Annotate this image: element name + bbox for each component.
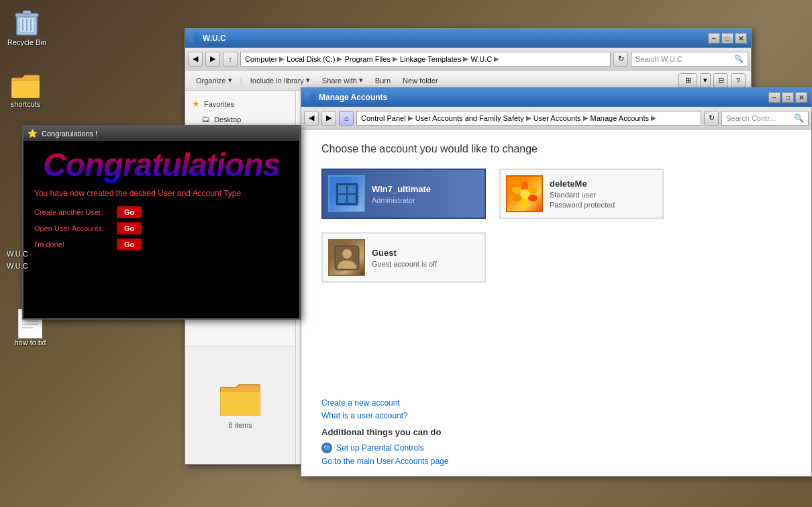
svg-rect-12 [348,185,356,193]
wuc-nav-favorites[interactable]: ★ Favorites [188,96,293,111]
congrats-create-row: Create another User: Go [34,206,289,218]
manage-nav-bar: ◀ ▶ ⌂ Control Panel ▶ User Accounts and … [301,107,811,130]
wuc-close-btn[interactable]: ✕ [735,33,747,44]
manage-window-icon [305,93,315,102]
wuc-refresh-btn[interactable]: ↻ [613,52,628,66]
congrats-create-go-btn[interactable]: Go [117,206,142,218]
manage-body: Choose the account you would like to cha… [301,130,811,398]
wuc-forward-btn[interactable]: ▶ [205,52,220,66]
wuc-back-btn[interactable]: ◀ [188,52,203,66]
wuc-pane-btn[interactable]: ⊟ [713,73,728,88]
svg-point-20 [512,187,521,193]
congrats-create-label: Create another User: [34,208,111,216]
wuc-help-btn[interactable]: ? [731,73,746,88]
wuc-titlebar-controls: − □ ✕ [708,33,747,44]
svg-rect-14 [348,195,356,203]
deleteme-avatar [506,175,543,212]
congrats-open-go-btn[interactable]: Go [117,222,142,234]
svg-point-16 [528,187,538,193]
account-card-win7[interactable]: Win7_ultimate Administrator [321,169,486,219]
svg-point-18 [521,197,528,207]
congrats-done-label: I'm done! [34,240,111,248]
manage-addr-control-panel: Control Panel [361,114,406,122]
wuc-include-library-btn[interactable]: Include in library ▾ [245,73,315,88]
congrats-title-text: Congratulations ! [42,130,97,138]
win7-info: Win7_ultimate Administrator [372,184,431,204]
wuc-search-icon[interactable]: 🔍 [734,54,744,63]
main-user-accounts-link[interactable]: Go to the main User Accounts page [321,457,791,466]
wuc-bottom-left-label: W.U.C [7,250,28,258]
wuc-share-with-btn[interactable]: Share with ▾ [317,73,368,88]
win7-type: Administrator [372,196,431,204]
parental-icon: 🛡 [321,443,332,453]
wuc-favorites-label: Favorites [204,100,234,108]
manage-forward-btn[interactable]: ▶ [321,111,336,126]
wuc-address-bar[interactable]: Computer ▶ Local Disk (C:) ▶ Program Fil… [240,52,611,66]
wuc-organize-btn[interactable]: Organize ▾ [191,73,238,88]
wuc-nav-bar: ◀ ▶ ↑ Computer ▶ Local Disk (C:) ▶ Progr… [185,48,751,71]
wuc-desktop-label: Desktop [214,116,241,124]
win7-name: Win7_ultimate [372,184,431,194]
congrats-subtitle: You have now created the desired User an… [34,189,289,198]
create-new-account-link[interactable]: Create a new account [321,398,791,408]
account-card-deleteme[interactable]: deleteMe Standard user Password protecte… [499,169,664,219]
deleteme-info: deleteMe Standard user Password protecte… [550,179,615,209]
wuc-folder-items-count: 8 items [228,421,252,429]
wuc-up-btn[interactable]: ↑ [223,52,238,66]
wuc-new-folder-btn[interactable]: New folder [397,73,444,88]
manage-titlebar: Manage Accounts − □ ✕ [301,88,811,107]
share-dropdown-icon: ▾ [359,76,363,85]
svg-point-19 [512,195,521,201]
wuc-burn-btn[interactable]: Burn [370,73,396,88]
wuc-addr-program-files: Program Files [344,55,390,63]
wuc-addr-computer: Computer [245,55,277,63]
recycle-bin-svg [14,7,40,36]
svg-point-17 [528,195,538,201]
folder-preview-svg [220,382,260,416]
manage-minimize-btn[interactable]: − [768,92,780,103]
manage-close-btn[interactable]: ✕ [795,92,807,103]
congrats-open-row: Open User Accounts: Go [34,222,289,234]
wuc-search-bar[interactable]: Search W.U.C 🔍 [631,52,748,66]
congrats-open-label: Open User Accounts: [34,224,111,232]
manage-addr-manage-accounts: Manage Accounts [591,114,649,122]
manage-back-btn[interactable]: ◀ [304,111,319,126]
wuc-minimize-btn[interactable]: − [708,33,720,44]
parental-controls-link[interactable]: Set up Parental Controls [336,443,424,453]
manage-links: Create a new account What is a user acco… [301,398,811,476]
svg-rect-13 [338,195,346,203]
manage-search-icon[interactable]: 🔍 [794,113,804,123]
wuc-addr-linkage-templates: Linkage Templates [400,55,462,63]
guest-info: Guest Guest account is off [372,248,437,268]
recycle-bin-icon[interactable]: Recycle Bin [7,7,47,46]
svg-rect-3 [23,11,31,14]
what-is-account-link[interactable]: What is a user account? [321,411,791,420]
congratulations-window: ⭐ Congratulations ! Congratulations You … [22,125,301,320]
parental-controls-row: 🛡 Set up Parental Controls [321,443,791,453]
wuc-view-toggle-btn[interactable]: ⊞ [678,73,697,88]
shortcuts-label: shortcuts [11,100,41,108]
shortcuts-folder-icon[interactable]: shortcuts [5,74,46,108]
manage-addr-user-accounts: User Accounts [534,114,581,122]
wuc-maximize-btn[interactable]: □ [721,33,733,44]
wuc-folder-preview: 8 items [185,347,296,464]
wuc-titlebar-left: W.U.C [189,34,226,43]
wuc-view-dropdown-btn[interactable]: ▾ [700,73,711,88]
win7-avatar [328,175,365,212]
deleteme-name: deleteMe [550,179,615,189]
guest-type: Guest account is off [372,260,437,268]
manage-search-bar[interactable]: Search Contr... 🔍 [721,111,809,126]
manage-address-bar[interactable]: Control Panel ▶ User Accounts and Family… [356,111,701,126]
wuc-title: W.U.C [203,34,226,43]
congrats-done-go-btn[interactable]: Go [117,238,142,250]
manage-refresh-btn[interactable]: ↻ [704,111,719,126]
guest-avatar [328,239,365,276]
congrats-done-row: I'm done! Go [34,238,289,250]
manage-maximize-btn[interactable]: □ [782,92,794,103]
recycle-bin-label: Recycle Bin [7,38,46,46]
account-card-guest[interactable]: Guest Guest account is off [321,232,486,283]
manage-page-title: Choose the account you would like to cha… [321,143,791,155]
howto-label: how to.txt [14,338,46,347]
wuc-addr-wuc: W.U.C [470,55,492,63]
manage-up-btn[interactable]: ⌂ [339,111,354,126]
